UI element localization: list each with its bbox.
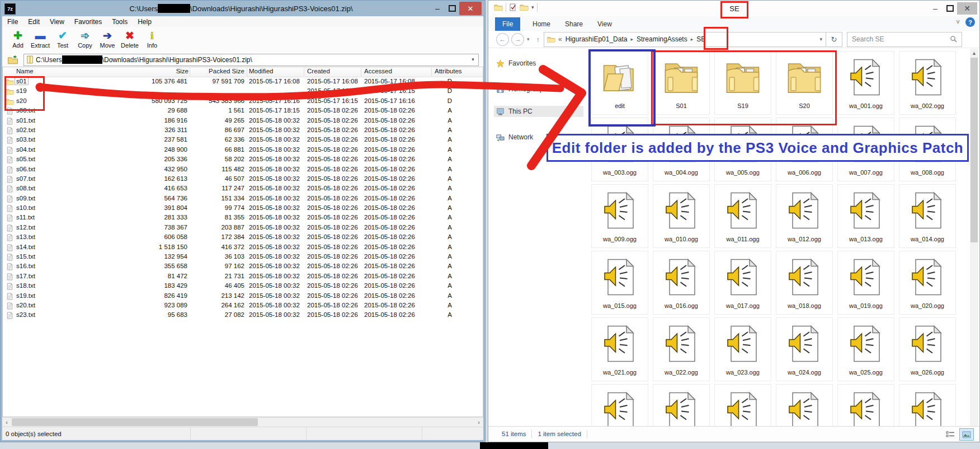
move-button[interactable]: ➔Move xyxy=(96,27,119,52)
file-name[interactable]: s16.txt xyxy=(16,263,35,269)
test-button[interactable]: ✔Test xyxy=(51,27,74,52)
file-name[interactable]: s09.txt xyxy=(16,195,35,202)
archive-row-s09.txt[interactable]: s09.txt564 736151 3342015-05-18 00:32201… xyxy=(3,194,483,204)
menu-help[interactable]: Help xyxy=(133,18,157,26)
nav-item-this-pc[interactable]: This PC xyxy=(494,106,583,117)
file-name[interactable]: s12.txt xyxy=(16,224,35,231)
refresh-button[interactable]: ↻ xyxy=(826,32,842,47)
file-tile-wa_023.ogg[interactable]: wa_023.ogg xyxy=(714,317,771,381)
file-name[interactable]: s14.txt xyxy=(16,244,35,250)
address-dropdown-icon[interactable]: ▾ xyxy=(820,36,823,42)
breadcrumb-segment[interactable]: HigurashiEp01_Data xyxy=(566,35,628,43)
explorer-titlebar[interactable]: ▾ SE – ✕ xyxy=(488,1,979,16)
file-tile-wa_002.ogg[interactable]: wa_002.ogg xyxy=(899,51,956,115)
quick-access-dropdown-icon[interactable]: ▾ xyxy=(531,4,534,10)
file-name[interactable]: s01 xyxy=(15,78,28,85)
info-button[interactable]: iInfo xyxy=(141,27,163,52)
file-tile-wa_018.ogg[interactable]: wa_018.ogg xyxy=(776,251,833,315)
menu-file[interactable]: File xyxy=(2,18,23,26)
details-view-button[interactable] xyxy=(944,429,957,440)
properties-icon[interactable] xyxy=(509,3,517,11)
file-tile-wa_021.ogg[interactable]: wa_021.ogg xyxy=(591,317,648,381)
archive-row-s01[interactable]: s01105 376 48197 591 7092015-05-17 16:08… xyxy=(3,77,483,87)
scrollbar-thumb[interactable] xyxy=(12,418,258,426)
file-tile-wa_001.ogg[interactable]: wa_001.ogg xyxy=(837,51,894,115)
breadcrumb-segment[interactable]: StreamingAssets xyxy=(637,35,687,43)
7zip-address-bar[interactable]: C:\Users\Downloads\Higurashi\HigurashiPS… xyxy=(23,54,479,66)
parent-folder-button[interactable] xyxy=(6,54,20,66)
archive-row-s14.txt[interactable]: s14.txt1 518 150416 3722015-05-18 00:322… xyxy=(3,243,483,252)
archive-row-s20[interactable]: s20580 093 725543 383 9662015-05-17 16:1… xyxy=(3,97,483,106)
file-name[interactable]: s00.txt xyxy=(16,107,35,114)
forward-button[interactable]: → xyxy=(511,33,524,46)
archive-row-s16.txt[interactable]: s16.txt355 65897 1622015-05-18 00:322015… xyxy=(3,262,483,272)
scroll-left-icon[interactable]: ‹ xyxy=(2,418,11,427)
file-tile-34[interactable] xyxy=(837,384,894,427)
file-name[interactable]: s18.txt xyxy=(16,282,35,289)
column-header-modified[interactable]: Modified xyxy=(249,68,273,74)
column-header-attributes[interactable]: Attributes xyxy=(435,68,462,74)
tab-share[interactable]: Share xyxy=(558,17,590,31)
nav-item-homegroup[interactable]: Homegroup xyxy=(496,83,544,95)
archive-row-s03.txt[interactable]: s03.txt237 58162 3362015-05-18 00:322015… xyxy=(3,135,483,145)
close-button[interactable]: ✕ xyxy=(957,2,977,15)
scrollbar-thumb[interactable] xyxy=(970,58,978,242)
file-name[interactable]: s23.txt xyxy=(16,311,35,318)
file-name[interactable]: s03.txt xyxy=(16,136,35,143)
archive-row-s08.txt[interactable]: s08.txt416 653117 2472015-05-18 00:32201… xyxy=(3,184,483,194)
file-tile-wa_019.ogg[interactable]: wa_019.ogg xyxy=(837,251,894,315)
vertical-scrollbar[interactable]: ▲ xyxy=(970,49,978,426)
file-name[interactable]: s04.txt xyxy=(16,146,35,153)
address-dropdown-icon[interactable]: ▾ xyxy=(469,55,477,64)
column-header-packed-size[interactable]: Packed Size xyxy=(189,68,244,74)
file-tile-wa_009.ogg[interactable]: wa_009.ogg xyxy=(591,184,648,248)
archive-row-s15.txt[interactable]: s15.txt132 95436 1032015-05-18 00:322015… xyxy=(3,252,483,262)
archive-row-s10.txt[interactable]: s10.txt391 80499 7742015-05-18 00:322015… xyxy=(3,204,483,213)
file-tile-wa_026.ogg[interactable]: wa_026.ogg xyxy=(899,317,956,381)
file-tile-wa_015.ogg[interactable]: wa_015.ogg xyxy=(591,251,648,315)
file-name[interactable]: s13.txt xyxy=(16,233,35,240)
ribbon-collapse-icon[interactable]: ˅ xyxy=(956,18,960,26)
column-header-accessed[interactable]: Accessed xyxy=(364,68,392,74)
file-name[interactable]: s19.txt xyxy=(16,292,35,299)
file-name[interactable]: s06.txt xyxy=(16,166,35,172)
folder-tile-edit[interactable]: edit xyxy=(591,51,648,115)
file-tile-wa_017.ogg[interactable]: wa_017.ogg xyxy=(714,251,771,315)
back-button[interactable]: ← xyxy=(496,33,509,46)
menu-tools[interactable]: Tools xyxy=(107,18,133,26)
file-tile-35[interactable] xyxy=(899,384,956,427)
maximize-button[interactable] xyxy=(943,2,957,15)
folder-tile-S19[interactable]: S19 xyxy=(714,51,771,115)
file-name[interactable]: s15.txt xyxy=(16,253,35,260)
tab-view[interactable]: View xyxy=(590,17,619,31)
archive-row-s12.txt[interactable]: s12.txt738 367203 8872015-05-18 00:32201… xyxy=(3,223,483,233)
file-tile-wa_022.ogg[interactable]: wa_022.ogg xyxy=(653,317,710,381)
archive-row-s20.txt[interactable]: s20.txt923 089264 1622015-05-18 00:32201… xyxy=(3,301,483,311)
folder-tile-S01[interactable]: S01 xyxy=(653,51,710,115)
file-name[interactable]: s08.txt xyxy=(16,185,35,191)
file-tile-wa_013.ogg[interactable]: wa_013.ogg xyxy=(837,184,894,248)
file-name[interactable]: s11.txt xyxy=(16,214,35,221)
folder-tile-S20[interactable]: S20 xyxy=(776,51,833,115)
horizontal-scrollbar[interactable]: ‹ › xyxy=(2,417,483,427)
column-header-created[interactable]: Created xyxy=(307,68,330,74)
menu-favorites[interactable]: Favorites xyxy=(69,18,107,26)
tab-home[interactable]: Home xyxy=(525,17,558,31)
menu-view[interactable]: View xyxy=(45,18,69,26)
archive-row-s04.txt[interactable]: s04.txt248 90066 8812015-05-18 00:322015… xyxy=(3,146,483,155)
file-name[interactable]: s20.txt xyxy=(16,302,35,308)
archive-row-s18.txt[interactable]: s18.txt183 42946 4052015-05-18 00:322015… xyxy=(3,282,483,291)
scroll-right-icon[interactable]: › xyxy=(474,418,483,427)
file-tile-32[interactable] xyxy=(714,384,771,427)
file-tile-wa_014.ogg[interactable]: wa_014.ogg xyxy=(899,184,956,248)
file-name[interactable]: s01.txt xyxy=(16,117,35,124)
file-tile-31[interactable] xyxy=(653,384,710,427)
scroll-up-icon[interactable]: ▲ xyxy=(970,49,978,57)
archive-row-s00.txt[interactable]: s00.txt29 6881 5612015-05-17 18:152015-0… xyxy=(3,106,483,116)
file-name[interactable]: s19 xyxy=(16,87,27,94)
file-tile-wa_016.ogg[interactable]: wa_016.ogg xyxy=(653,251,710,315)
file-name[interactable]: s07.txt xyxy=(16,175,35,182)
archive-row-s02.txt[interactable]: s02.txt326 31186 6972015-05-18 00:322015… xyxy=(3,126,483,135)
menu-edit[interactable]: Edit xyxy=(23,18,45,26)
add-button[interactable]: ✚Add xyxy=(7,27,29,52)
